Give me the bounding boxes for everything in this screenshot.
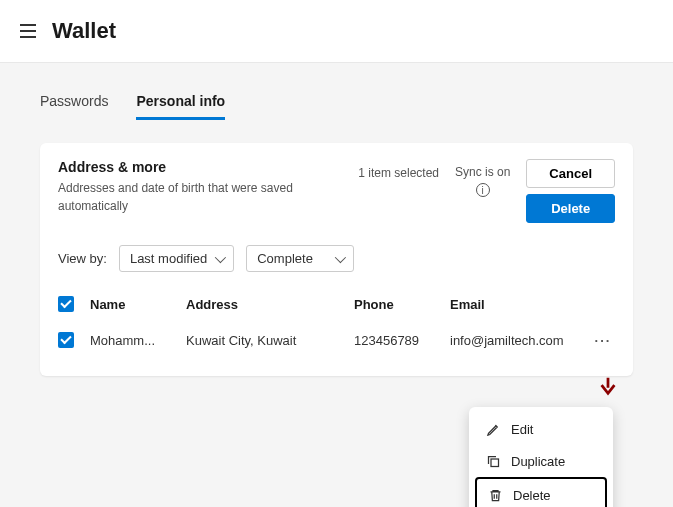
cell-address: Kuwait City, Kuwait xyxy=(186,333,346,348)
app-header: Wallet xyxy=(0,0,673,63)
view-controls: View by: Last modified Complete xyxy=(40,241,633,286)
menu-label-delete: Delete xyxy=(513,488,551,503)
sync-status: Sync is on i xyxy=(455,165,510,197)
selection-status: 1 item selected xyxy=(358,165,439,182)
table-header-row: Name Address Phone Email xyxy=(58,286,615,322)
chevron-down-icon xyxy=(215,251,226,262)
view-by-label: View by: xyxy=(58,251,107,266)
content-area: Passwords Personal info Address & more A… xyxy=(0,63,673,406)
more-options-icon[interactable]: ··· xyxy=(595,333,612,348)
filter-value: Complete xyxy=(257,251,313,266)
section-title: Address & more xyxy=(58,159,342,175)
trash-icon xyxy=(487,487,503,503)
menu-label-duplicate: Duplicate xyxy=(511,454,565,469)
tab-bar: Passwords Personal info xyxy=(40,93,633,121)
cell-email: info@jamiltech.com xyxy=(450,333,583,348)
tab-passwords[interactable]: Passwords xyxy=(40,93,108,120)
menu-label-edit: Edit xyxy=(511,422,533,437)
address-card: Address & more Addresses and date of bir… xyxy=(40,143,633,376)
select-all-checkbox[interactable] xyxy=(58,296,74,312)
address-table: Name Address Phone Email Mohamm... Kuwai… xyxy=(40,286,633,376)
menu-item-edit[interactable]: Edit xyxy=(475,413,607,445)
svg-rect-0 xyxy=(491,459,499,467)
filter-dropdown[interactable]: Complete xyxy=(246,245,354,272)
tab-personal-info[interactable]: Personal info xyxy=(136,93,225,120)
delete-button[interactable]: Delete xyxy=(526,194,615,223)
copy-icon xyxy=(485,453,501,469)
menu-item-delete[interactable]: Delete xyxy=(475,477,607,507)
context-menu: Edit Duplicate Delete xyxy=(469,407,613,507)
section-info: Address & more Addresses and date of bir… xyxy=(58,159,342,215)
cell-name: Mohamm... xyxy=(90,333,178,348)
pencil-icon xyxy=(485,421,501,437)
cancel-button[interactable]: Cancel xyxy=(526,159,615,188)
info-icon[interactable]: i xyxy=(476,183,490,197)
cell-phone: 123456789 xyxy=(354,333,442,348)
header-email[interactable]: Email xyxy=(450,297,583,312)
menu-item-duplicate[interactable]: Duplicate xyxy=(475,445,607,477)
header-address[interactable]: Address xyxy=(186,297,346,312)
sort-value: Last modified xyxy=(130,251,207,266)
chevron-down-icon xyxy=(335,251,346,262)
table-row[interactable]: Mohamm... Kuwait City, Kuwait 123456789 … xyxy=(58,322,615,358)
header-phone[interactable]: Phone xyxy=(354,297,442,312)
hamburger-menu-icon[interactable] xyxy=(20,24,36,38)
sync-label: Sync is on xyxy=(455,165,510,179)
row-checkbox[interactable] xyxy=(58,332,74,348)
annotation-arrow-icon xyxy=(597,375,619,401)
card-header: Address & more Addresses and date of bir… xyxy=(40,143,633,241)
sort-dropdown[interactable]: Last modified xyxy=(119,245,234,272)
section-description: Addresses and date of birth that were sa… xyxy=(58,179,303,215)
header-actions: Cancel Delete xyxy=(526,159,615,223)
page-title: Wallet xyxy=(52,18,116,44)
header-name[interactable]: Name xyxy=(90,297,178,312)
